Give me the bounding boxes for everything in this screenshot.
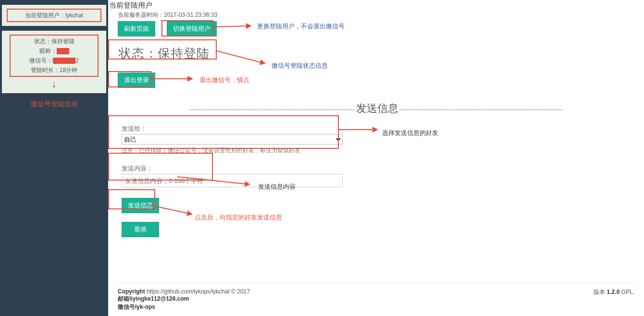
- content-row: 发送内容：: [118, 161, 634, 190]
- footer-right: 版本 1.2.0 GPL.: [594, 288, 634, 311]
- send-button[interactable]: 发送信息: [122, 198, 159, 213]
- main-content: 当前登陆用户 当前服务器时间：2017-03-31 23:36:33 刷新页面 …: [108, 0, 644, 316]
- send-to-note: 注意：已经排除了微信公众号，没有设置性别的好友，标注为疑似好友: [122, 146, 631, 155]
- redacted-block: [57, 48, 69, 54]
- status-heading: 状态：保持登陆: [119, 45, 210, 62]
- send-to-row: 发送给： 自己 注意：已经排除了微信公众号，没有设置性别的好友，标注为疑似好友: [118, 122, 634, 158]
- wx-status: 状态：保持登陆: [12, 36, 96, 46]
- reset-button[interactable]: 重填: [122, 222, 159, 237]
- server-time: 当前服务器时间：2017-03-31 23:36:33: [118, 11, 634, 19]
- footer-email: 邮箱liyingke112@126.com: [118, 295, 189, 302]
- svg-line-1: [217, 51, 265, 63]
- page-title: 当前登陆用户: [109, 1, 634, 10]
- content-label: 发送内容：: [122, 164, 631, 173]
- sidebar: 当前登陆用户：lykchat 状态：保持登陆 昵称： 微信号：l2 登陆时长：1…: [0, 0, 108, 316]
- footer: Copyright https://github.com/lykops/lykc…: [118, 283, 634, 311]
- send-to-select[interactable]: 自己: [122, 134, 343, 145]
- footer-left: Copyright https://github.com/lykops/lykc…: [118, 288, 250, 311]
- arrow-icon: [217, 49, 272, 68]
- wx-info-box: 状态：保持登陆 昵称： 微信号：l2 登陆时长：18分钟: [10, 35, 99, 77]
- wx-id: 微信号：l2: [12, 56, 96, 65]
- footer-wx: 微信号lyk-ops: [118, 304, 155, 310]
- content-input[interactable]: [122, 174, 343, 187]
- wx-nick: 昵称：: [12, 46, 96, 56]
- section-separator: ----------------------------------------…: [118, 101, 634, 116]
- sidebar-info-note: 微信号登陆信息: [0, 100, 108, 109]
- sidebar-current-user: 当前登陆用户：lykchat: [2, 5, 106, 26]
- current-user-label: 当前登陆用户：lykchat: [25, 12, 83, 19]
- wx-login-time: 登陆时长：18分钟: [12, 65, 96, 75]
- refresh-button[interactable]: 刷新页面: [118, 21, 155, 36]
- status-annotation: 微信号登陆状态信息: [272, 61, 328, 70]
- arrow-down-icon: ↓: [7, 79, 101, 89]
- sidebar-wx-info: 状态：保持登陆 昵称： 微信号：l2 登陆时长：18分钟 ↓: [2, 31, 106, 93]
- redacted-block: [53, 58, 75, 64]
- logout-button[interactable]: 退出登录: [118, 73, 155, 88]
- current-user-box: 当前登陆用户：lykchat: [7, 9, 101, 22]
- switch-user-button[interactable]: 切换登陆用户: [167, 21, 217, 36]
- send-to-label: 发送给：: [122, 124, 631, 133]
- section-title: 发送信息: [355, 102, 399, 114]
